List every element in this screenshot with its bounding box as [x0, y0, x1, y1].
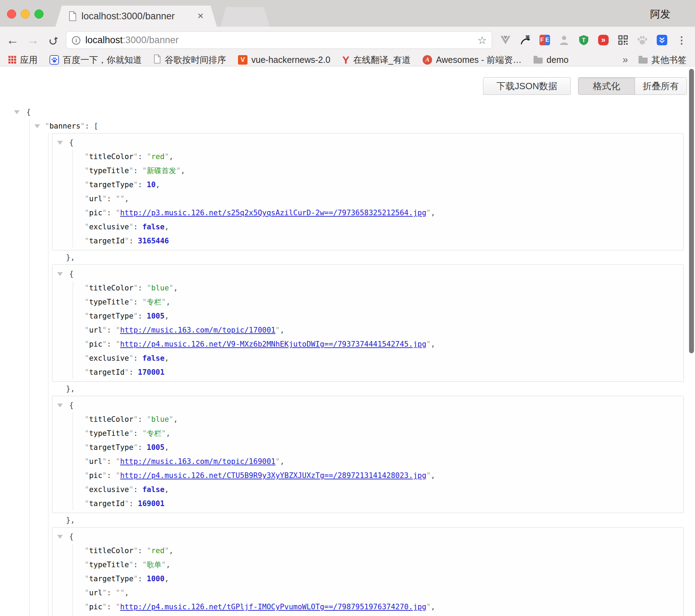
collapse-triangle-icon[interactable]	[57, 272, 63, 276]
bookmark-star-icon[interactable]: ☆	[477, 32, 487, 48]
bookmark-apps[interactable]: 应用	[8, 54, 38, 66]
json-token: :	[107, 209, 115, 217]
json-line: },	[0, 513, 695, 527]
json-string: blue	[151, 415, 169, 424]
bookmark-label: Awesomes - 前端资…	[436, 54, 522, 66]
window-controls	[7, 9, 44, 19]
json-token: :	[133, 354, 142, 362]
json-line: "pic": "http://p4.music.126.net/V9-MXz6b…	[52, 337, 683, 351]
json-url-link[interactable]: http://p3.music.126.net/s25q2x5QyqsAzilC…	[120, 209, 426, 217]
collapse-triangle-icon[interactable]	[57, 535, 63, 539]
format-button[interactable]: 格式化	[578, 78, 635, 94]
scroll-capture-extension-icon[interactable]	[656, 34, 668, 46]
collapse-triangle-icon[interactable]	[57, 141, 63, 145]
forward-icon: →	[27, 27, 39, 53]
json-token: "	[133, 181, 138, 189]
json-url-link[interactable]: http://p4.music.126.net/CTU5B9R9y3XyYBZX…	[120, 471, 426, 480]
bookmark-youdao[interactable]: Y 在线翻译_有道	[342, 54, 411, 66]
collapse-triangle-icon[interactable]	[57, 404, 63, 407]
window-minimize-button[interactable]	[21, 9, 30, 19]
json-token: "	[426, 603, 431, 611]
json-url-link[interactable]: http://p4.music.126.net/tGPljf-IMOCyPvum…	[120, 603, 426, 611]
json-url-link[interactable]: http://music.163.com/m/topic/169001	[120, 457, 276, 466]
json-key: targetType	[89, 181, 133, 189]
json-token: "	[169, 284, 173, 292]
collapse-triangle-icon[interactable]	[34, 124, 40, 128]
paw-extension-icon[interactable]	[637, 34, 648, 46]
json-token: :	[107, 340, 115, 348]
bookmarks-overflow-chevron[interactable]: »	[622, 54, 628, 65]
json-key: titleColor	[89, 546, 133, 555]
window-close-button[interactable]	[7, 9, 16, 19]
json-token: ,	[165, 575, 169, 583]
json-token: :	[85, 122, 94, 130]
person-extension-icon[interactable]	[558, 34, 570, 46]
json-token: "	[125, 237, 129, 245]
back-icon[interactable]: ←	[6, 27, 19, 53]
json-token: "	[85, 237, 89, 245]
json-token: "	[116, 589, 120, 597]
json-value: 10	[147, 181, 155, 189]
json-token: "	[129, 298, 133, 306]
json-object-box: {"titleColor": "blue","typeTitle": "专栏",…	[52, 264, 684, 382]
json-key: typeTitle	[89, 298, 129, 306]
collapse-triangle-icon[interactable]	[14, 110, 20, 114]
collapse-all-button[interactable]: 折叠所有	[635, 78, 687, 94]
json-token: ,	[431, 603, 435, 611]
json-token: :	[107, 195, 115, 203]
json-value: 1000	[147, 575, 165, 583]
bookmark-google-sort[interactable]: 谷歌按时间排序	[154, 54, 226, 66]
vue-devtools-icon[interactable]	[500, 34, 511, 46]
json-token: "	[161, 298, 166, 306]
json-token: "	[147, 284, 151, 292]
youdao-y-icon: Y	[342, 55, 349, 65]
json-token: "	[85, 443, 89, 452]
browser-tab[interactable]: localhost:3000/banner ×	[55, 6, 217, 27]
shield-extension-icon[interactable]: T	[578, 34, 589, 46]
json-token: ,	[125, 589, 129, 597]
json-value: 1005	[147, 443, 165, 452]
json-token: ,	[173, 415, 178, 424]
json-token: "	[85, 181, 89, 189]
qr-code-extension-icon[interactable]	[617, 34, 629, 46]
json-key: pic	[89, 340, 102, 348]
json-token: :	[133, 166, 142, 175]
window-zoom-button[interactable]	[34, 9, 44, 19]
json-token: :	[107, 589, 115, 597]
new-tab-button[interactable]	[220, 7, 270, 27]
json-token: "	[85, 575, 89, 583]
json-token: "	[85, 589, 89, 597]
json-token: "	[85, 415, 89, 424]
bookmark-baidu[interactable]: 百度一下，你就知道	[49, 54, 142, 66]
json-token: "	[142, 561, 147, 569]
json-token: ,	[166, 561, 171, 569]
other-bookmarks[interactable]: 其他书签	[638, 54, 687, 66]
bookmark-vue-hackernews[interactable]: V vue-hackernews-2.0	[238, 55, 330, 65]
reload-icon[interactable]	[48, 35, 58, 50]
json-token: ,	[166, 298, 171, 306]
browser-menu-icon[interactable]: ⋮	[676, 34, 687, 46]
json-url-link[interactable]: http://p4.music.126.net/V9-MXz6b2MNhEKju…	[120, 340, 426, 348]
json-token: ,	[173, 284, 178, 292]
page-favicon-icon	[69, 11, 77, 22]
download-json-button[interactable]: 下载JSON数据	[483, 77, 571, 95]
json-line: {	[52, 530, 683, 544]
bookmark-folder-demo[interactable]: demo	[534, 55, 569, 65]
vertical-scrollbar-thumb[interactable]	[689, 69, 694, 353]
address-bar[interactable]: i localhost:3000/banner ☆	[66, 31, 492, 49]
tab-close-icon[interactable]: ×	[197, 6, 204, 27]
json-key: targetId	[89, 499, 125, 508]
bookmark-awesomes[interactable]: A Awesomes - 前端资…	[423, 54, 522, 66]
fe-extension-icon[interactable]: FE	[539, 34, 550, 46]
browser-profile-name[interactable]: 阿发	[650, 0, 670, 27]
json-token: "	[129, 429, 133, 438]
json-token: "	[102, 326, 107, 334]
json-url-link[interactable]: http://music.163.com/m/topic/170001	[120, 326, 276, 334]
json-token: :	[133, 298, 142, 306]
page-info-icon[interactable]: i	[72, 36, 80, 45]
json-token: ,	[165, 443, 169, 452]
translate-extension-icon[interactable]: 英	[519, 34, 531, 46]
fast-forward-extension-icon[interactable]: »	[598, 34, 609, 46]
json-line: "exclusive": false,	[52, 483, 683, 497]
document-icon	[154, 54, 161, 65]
